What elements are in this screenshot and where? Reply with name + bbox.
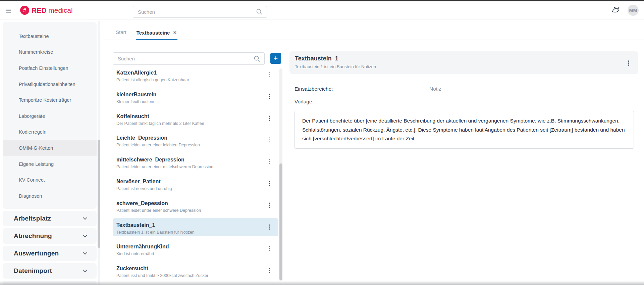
sidebar-section-partial: [3, 281, 97, 285]
item-menu-button[interactable]: [269, 72, 270, 78]
item-subtitle: Patient isst und trinkt > 2000kcal zweif…: [116, 273, 265, 279]
tab-start[interactable]: Start: [115, 26, 127, 40]
bird-icon[interactable]: [611, 6, 620, 15]
sidebar-section-label: Arbeitsplatz: [14, 215, 51, 222]
textbaustein-item-mittelschwere-depression[interactable]: mittelschwere_DepressionPatient leidet u…: [113, 153, 278, 171]
top-bar: # RED medical MM: [0, 1, 644, 19]
sidebar-item-eigene-leistung[interactable]: Eigene Leistung: [3, 156, 97, 172]
item-menu-button[interactable]: [269, 268, 270, 273]
global-search: [133, 6, 267, 18]
vorlage-text: Der Patient berichtete über [eine detail…: [302, 116, 626, 143]
sidebar-item-diagnosen[interactable]: Diagnosen: [3, 188, 97, 204]
chevron-down-icon: [83, 217, 87, 220]
sidebar-section-label: Datenimport: [14, 267, 52, 275]
menu-toggle-button[interactable]: [5, 7, 13, 14]
item-menu-button[interactable]: [269, 224, 270, 230]
item-title: Leichte_Depression: [116, 134, 265, 142]
search-icon: [254, 55, 260, 62]
search-icon: [256, 8, 263, 15]
sidebar-sections: ArbeitsplatzAbrechnungAuswertungenDateni…: [3, 211, 97, 281]
textbaustein-item-unterernährungkind[interactable]: UnterernährungKindKind ist unterernährt: [113, 240, 278, 257]
vorlage-label: Vorlage:: [294, 99, 314, 105]
textbaustein-item-kleinerbaustein[interactable]: kleinerBausteinKleiner Textbaustein: [113, 88, 278, 105]
sidebar-section-label: Abrechnung: [14, 232, 52, 240]
sidebar-item-postfach-einstellungen[interactable]: Postfach Einstellungen: [3, 60, 97, 76]
item-menu-button[interactable]: [269, 203, 270, 208]
sidebar-item-kodierregeln[interactable]: Kodierregeln: [3, 124, 97, 140]
textbaustein-item-schwere-depession[interactable]: schwere_DepessionPatient leidet unter ei…: [113, 196, 278, 214]
item-title: Textbaustein_1: [116, 222, 265, 229]
item-menu-button[interactable]: [269, 181, 270, 186]
list-search: [113, 52, 265, 65]
list-scrollbar-thumb[interactable]: [279, 163, 282, 280]
add-textbaustein-button[interactable]: +: [270, 53, 281, 64]
sidebar-section-arbeitsplatz[interactable]: Arbeitsplatz: [3, 211, 97, 226]
sidebar-section-abrechnung[interactable]: Abrechnung: [3, 228, 97, 244]
item-title: mittelschwere_Depression: [116, 156, 265, 163]
item-subtitle: Textbaustein 1 ist ein Baustein für Noti…: [116, 230, 265, 235]
detail-title: Textbaustein_1: [295, 55, 376, 62]
chevron-down-icon: [83, 252, 87, 255]
item-title: KatzenAllergie1: [116, 69, 265, 77]
textbaustein-item-koffeinsucht[interactable]: KoffeinsuchtDer Patient trinkt täglich m…: [113, 109, 278, 127]
item-title: UnterernährungKind: [116, 243, 265, 250]
chevron-down-icon: [83, 235, 87, 237]
sidebar-scrollbar-thumb[interactable]: [98, 140, 100, 248]
tab-label: Start: [116, 29, 126, 35]
item-subtitle: Patient leidet unter einer mittelschwere…: [116, 164, 265, 170]
item-subtitle: Der Patient trinkt täglich mehr als 2 Li…: [116, 121, 265, 127]
tab-bar: StartTextbausteine✕: [103, 23, 644, 40]
logo-hash-icon: #: [20, 6, 29, 15]
sidebar-item-kv-connect[interactable]: KV-Connect: [3, 172, 97, 188]
sidebar-section-auswertungen[interactable]: Auswertungen: [3, 246, 97, 261]
vorlage-textbox[interactable]: Der Patient berichtete über [eine detail…: [294, 111, 634, 149]
textbaustein-item-textbaustein-1[interactable]: Textbaustein_1Textbaustein 1 ist ein Bau…: [113, 218, 278, 236]
item-title: kleinerBaustein: [116, 91, 265, 98]
sidebar-item-privatliquidationseinheiten[interactable]: Privatliquidationseinheiten: [3, 76, 97, 92]
item-menu-button[interactable]: [269, 159, 270, 164]
textbaustein-item-katzenallergie1[interactable]: KatzenAllergie1Patient ist allergisch ge…: [113, 68, 278, 84]
brand-name-bold: RED: [32, 6, 47, 14]
sidebar-item-nummernkreise[interactable]: Nummernkreise: [3, 44, 97, 60]
item-menu-button[interactable]: [269, 115, 270, 121]
sidebar-item-laborgeräte[interactable]: Laborgeräte: [3, 108, 97, 124]
tab-textbausteine[interactable]: Textbausteine✕: [136, 26, 177, 40]
textbaustein-item-nervöser-patient[interactable]: Nervöser_PatientPatient ist nervös und u…: [113, 175, 278, 192]
sidebar-section-datenimport[interactable]: Datenimport: [3, 263, 97, 279]
chevron-down-icon: [83, 270, 87, 272]
tab-label: Textbausteine: [137, 30, 170, 36]
item-menu-button[interactable]: [269, 246, 270, 251]
detail-header: Textbaustein_1 Textbaustein 1 ist ein Ba…: [289, 51, 638, 74]
item-subtitle: Kind ist unterernährt: [116, 251, 265, 257]
sidebar-item-textbausteine[interactable]: Textbausteine: [3, 28, 97, 44]
close-tab-icon[interactable]: ✕: [173, 30, 177, 35]
brand-name-light: medical: [48, 6, 72, 14]
item-subtitle: Patient leidet unter einer schwere Depre…: [116, 208, 265, 213]
sidebar-nav: TextbausteineNummernkreisePostfach Einst…: [3, 22, 97, 209]
sidebar-section-label: Auswertungen: [14, 250, 59, 257]
app-window: # RED medical MM TextbausteineNummernkre…: [0, 0, 644, 285]
textbaustein-item-zuckersucht[interactable]: ZuckersuchtPatient isst und trinkt > 200…: [113, 262, 278, 279]
item-menu-button[interactable]: [269, 94, 270, 99]
textbaustein-list: KatzenAllergie1Patient ist allergisch ge…: [113, 68, 278, 281]
item-subtitle: Kleiner Textbaustein: [116, 99, 265, 105]
detail-menu-button[interactable]: [628, 60, 630, 66]
item-menu-button[interactable]: [269, 137, 270, 143]
detail-subtitle: Textbaustein 1 ist ein Baustein für Noti…: [295, 64, 376, 69]
sidebar-item-temporäre-kostenträger[interactable]: Temporäre Kostenträger: [3, 92, 97, 108]
item-subtitle: Patient ist nervös und unruhig: [116, 186, 265, 192]
item-title: Koffeinsucht: [116, 113, 265, 120]
user-avatar[interactable]: MM: [628, 5, 639, 16]
sidebar-item-omim-g-ketten[interactable]: OMIM-G-Ketten: [3, 140, 97, 156]
einsatzbereiche-label: Einsatzbereiche:: [294, 86, 333, 92]
header-actions: MM: [611, 1, 639, 19]
detail-header-text: Textbaustein_1 Textbaustein 1 ist ein Ba…: [295, 55, 376, 74]
global-search-input[interactable]: [133, 6, 267, 17]
item-title: Zuckersucht: [116, 265, 265, 272]
item-title: Nervöser_Patient: [116, 178, 265, 185]
textbaustein-item-leichte-depression[interactable]: Leichte_DepressionPatient leidet unter e…: [113, 131, 278, 149]
item-subtitle: Patient ist allergisch gegen Katzenhaar: [116, 77, 265, 83]
item-subtitle: Patient leidet unter einer leichten Depr…: [116, 142, 265, 148]
einsatzbereiche-value: Notiz: [429, 86, 441, 92]
list-search-input[interactable]: [113, 53, 264, 64]
